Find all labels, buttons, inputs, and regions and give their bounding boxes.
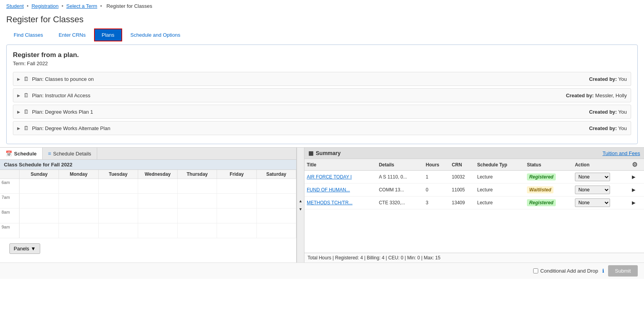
plan-rows: ▶ 🗓 Plan: Classes to pounce on Created b… (13, 72, 631, 135)
conditional-add-drop-label[interactable]: Conditional Add and Drop (533, 268, 598, 274)
chevron-down-icon: ▼ (31, 246, 36, 252)
tabs-bar: Find Classes Enter CRNs Plans Schedule a… (0, 29, 644, 41)
row-expand-0[interactable]: ▶ (630, 171, 644, 184)
action-select-2[interactable]: None Drop Delete (575, 198, 610, 207)
plan-row-2[interactable]: ▶ 🗓 Plan: Degree Works Plan 1 Created by… (13, 105, 631, 119)
plan-row-0[interactable]: ▶ 🗓 Plan: Classes to pounce on Created b… (13, 72, 631, 86)
tab-plans[interactable]: Plans (94, 29, 123, 41)
scroll-down-arrow[interactable]: ▼ (297, 206, 304, 212)
calendar-body[interactable]: 6am7am8am9am (0, 179, 296, 238)
summary-row-0: AIR FORCE TODAY I A S 1110, 0... 1 10032… (304, 171, 644, 184)
summary-table-wrap[interactable]: Title Details Hours CRN Schedule Typ Sta… (304, 159, 644, 253)
gear-icon[interactable]: ⚙ (632, 161, 637, 168)
tuition-fees-link[interactable]: Tuition and Fees (603, 150, 640, 156)
row-status-1: Waitlisted (525, 184, 573, 196)
cal-time-3: 9am (0, 223, 20, 238)
submit-button[interactable]: Submit (608, 265, 638, 277)
row-sched-type-0: Lecture (475, 171, 524, 184)
tab-schedule-options[interactable]: Schedule and Options (123, 29, 188, 41)
schedule-panel: 📅 Schedule ≡ Schedule Details Class Sche… (0, 148, 297, 262)
cal-cell-2-2 (99, 209, 138, 223)
row-action-0[interactable]: None Drop Delete (573, 171, 630, 184)
row-title-2[interactable]: METHODS TCH/TR... (304, 196, 377, 209)
sched-tab-details-label: Schedule Details (53, 151, 91, 157)
cal-cell-0-2 (99, 179, 138, 193)
cal-day-wed: Wednesday (138, 170, 178, 178)
tab-enter-crns[interactable]: Enter CRNs (51, 29, 93, 41)
breadcrumb-student[interactable]: Student (6, 3, 24, 9)
cal-cell-1-6 (257, 194, 296, 208)
col-status: Status (525, 159, 573, 171)
col-title: Title (304, 159, 377, 171)
cal-cell-3-2 (99, 223, 138, 238)
breadcrumb-select-term[interactable]: Select a Term (66, 3, 97, 9)
expand-arrow-0[interactable]: ▶ (17, 77, 20, 81)
cal-day-fri: Friday (217, 170, 256, 178)
cal-cell-3-4 (178, 223, 217, 238)
panels-label: Panels (14, 246, 29, 252)
cal-cell-0-6 (257, 179, 296, 193)
cal-cell-1-4 (178, 194, 217, 208)
expand-arrow-2[interactable]: ▶ (17, 110, 20, 114)
created-by-label-0: Created by: (589, 76, 617, 82)
action-select-1[interactable]: None Drop Delete (575, 186, 610, 194)
scroll-up-arrow[interactable]: ▲ (297, 198, 304, 204)
row-expand-1[interactable]: ▶ (630, 184, 644, 196)
row-title-0[interactable]: AIR FORCE TODAY I (304, 171, 377, 184)
row-hours-1: 0 (423, 184, 450, 196)
plan-icon-2: 🗓 (23, 109, 29, 115)
breadcrumb-registration[interactable]: Registration (32, 3, 59, 9)
tab-find-classes[interactable]: Find Classes (6, 29, 50, 41)
row-crn-2: 13409 (450, 196, 475, 209)
breadcrumb-current: Register for Classes (107, 3, 152, 9)
cal-row-1: 7am (0, 194, 296, 209)
row-status-0: Registered (525, 171, 573, 184)
created-by-label-3: Created by: (589, 125, 617, 131)
plan-row-3[interactable]: ▶ 🗓 Plan: Degree Works Alternate Plan Cr… (13, 121, 631, 135)
row-hours-2: 3 (423, 196, 450, 209)
cal-cell-1-5 (217, 194, 256, 208)
row-action-1[interactable]: None Drop Delete (573, 184, 630, 196)
plan-row-1[interactable]: ▶ 🗓 Plan: Instructor All Access Created … (13, 88, 631, 102)
row-title-1[interactable]: FUND OF HUMAN... (304, 184, 377, 196)
panels-button[interactable]: Panels ▼ (9, 243, 40, 254)
col-gear[interactable]: ⚙ (630, 159, 644, 171)
breadcrumb: Student • Registration • Select a Term •… (0, 0, 644, 12)
calendar-icon: 📅 (5, 150, 12, 157)
summary-footer: Total Hours | Registered: 4 | Billing: 4… (304, 253, 644, 262)
row-action-2[interactable]: None Drop Delete (573, 196, 630, 209)
col-action: Action (573, 159, 630, 171)
cal-row-2: 8am (0, 209, 296, 223)
row-expand-2[interactable]: ▶ (630, 196, 644, 209)
cal-time-1: 7am (0, 194, 20, 208)
summary-table: Title Details Hours CRN Schedule Typ Sta… (304, 159, 644, 209)
calendar-header: Sunday Monday Tuesday Wednesday Thursday… (0, 170, 296, 179)
cal-cell-1-1 (59, 194, 98, 208)
cal-row-3: 9am (0, 223, 296, 238)
conditional-add-drop-checkbox[interactable] (533, 268, 538, 273)
cal-cell-3-6 (257, 223, 296, 238)
cal-cell-0-3 (138, 179, 178, 193)
summary-table-body: AIR FORCE TODAY I A S 1110, 0... 1 10032… (304, 171, 644, 209)
plans-term: Term: Fall 2022 (13, 61, 631, 66)
sched-tab-schedule[interactable]: 📅 Schedule (0, 148, 43, 159)
summary-panel: ▦ Summary Tuition and Fees Title Details… (304, 148, 644, 262)
summary-table-icon: ▦ (308, 150, 313, 156)
schedule-title: Class Schedule for Fall 2022 (0, 160, 296, 170)
cal-cell-3-3 (138, 223, 178, 238)
cal-cell-1-0 (20, 194, 59, 208)
cal-day-sat: Saturday (257, 170, 296, 178)
info-icon[interactable]: ℹ (602, 268, 604, 274)
action-select-0[interactable]: None Drop Delete (575, 173, 610, 181)
row-sched-type-2: Lecture (475, 196, 524, 209)
main-content: Register from a plan. Term: Fall 2022 ▶ … (0, 45, 644, 144)
expand-arrow-3[interactable]: ▶ (17, 126, 20, 130)
cal-cell-0-1 (59, 179, 98, 193)
expand-arrow-1[interactable]: ▶ (17, 93, 20, 98)
cal-cell-2-0 (20, 209, 59, 223)
row-sched-type-1: Lecture (475, 184, 524, 196)
sched-tab-details[interactable]: ≡ Schedule Details (43, 148, 97, 159)
cal-cell-3-0 (20, 223, 59, 238)
cal-day-thu: Thursday (178, 170, 217, 178)
cal-cell-3-1 (59, 223, 98, 238)
